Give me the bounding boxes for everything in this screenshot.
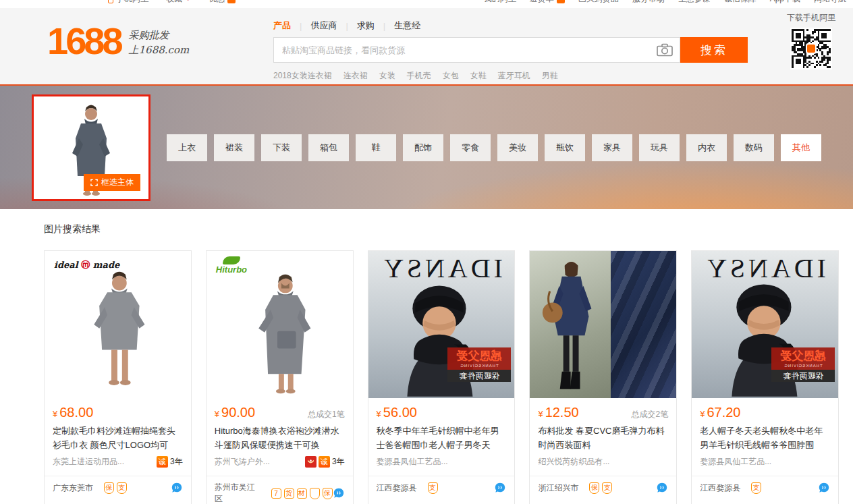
- topnav-item-favorites[interactable]: 收藏 ❤: [166, 0, 191, 5]
- product-image[interactable]: ideal ⓜ made: [45, 251, 191, 398]
- seller-name[interactable]: 绍兴悦芮纺织品有...: [538, 456, 609, 468]
- product-title[interactable]: 定制款毛巾料沙滩连帽抽绳套头衫毛巾衣 颜色尺寸LOGO均可: [53, 424, 183, 452]
- hot-keyword[interactable]: 男鞋: [542, 70, 558, 82]
- image-search-banner: 框选主体 上衣 裙装 下装 箱包 鞋 配饰 零食 美妆 瓶饮 家具 玩具 内衣 …: [0, 84, 853, 209]
- product-price: 90.00: [221, 405, 255, 420]
- wangwang-chat-icon[interactable]: [171, 482, 183, 494]
- phone-icon: [108, 0, 113, 3]
- category-skirts[interactable]: 裙装: [214, 134, 254, 161]
- seller-name[interactable]: 苏州飞涛户外...: [215, 456, 270, 468]
- site-header: 1688 采购批发 上1688.com 产品 | 供应商 | 求购 | 生意经: [0, 8, 853, 84]
- crop-subject-button[interactable]: 框选主体: [84, 174, 140, 191]
- search-tab-business[interactable]: 生意经: [385, 20, 429, 32]
- model-figure: [530, 251, 610, 397]
- product-title[interactable]: 老人帽子冬天老头帽秋冬中老年男羊毛针织毛线帽爷爷围脖围: [700, 424, 830, 452]
- category-underwear[interactable]: 内衣: [686, 134, 727, 161]
- product-card[interactable]: ideal ⓜ made ¥ 68.00 定制款毛巾料沙滩连帽抽绳套头衫毛巾衣 …: [44, 250, 192, 504]
- topnav-item-analytics[interactable]: 生意参谋: [678, 0, 711, 5]
- topnav-right-group: 我的阿里 进货单 已买到货品 服务市场 生意参谋 诚信保障 App下载 网站导航: [484, 0, 846, 5]
- product-title[interactable]: 秋冬季中年羊毛针织帽中老年男士爸爸帽围巾老人帽子男冬天: [377, 424, 507, 452]
- product-title[interactable]: 布料批发 春夏CVC磨毛弹力布料 时尚西装面料: [538, 424, 668, 452]
- hiturbo-leaf-icon: [223, 256, 240, 264]
- camera-search-icon[interactable]: [657, 43, 673, 57]
- hot-keyword[interactable]: 连衣裙: [343, 70, 368, 82]
- category-accessories[interactable]: 配饰: [403, 134, 443, 161]
- total-deals: 总成交1笔: [308, 409, 345, 420]
- product-info: ¥ 67.20 老人帽子冬天老头帽秋冬中老年男羊毛针织毛线帽爷爷围脖围 婺源县凤…: [692, 398, 838, 472]
- product-title[interactable]: Hiturbo海泰博换衣浴袍沙滩潜水斗篷防风保暖便携速干可换: [215, 424, 345, 452]
- topnav-item-service-market[interactable]: 服务市场: [632, 0, 665, 5]
- category-bottoms[interactable]: 下装: [261, 134, 302, 161]
- topnav-item-cart[interactable]: 进货单: [530, 0, 565, 5]
- currency-symbol: ¥: [377, 409, 381, 419]
- category-bags[interactable]: 箱包: [308, 134, 349, 161]
- query-image-box[interactable]: 框选主体: [32, 94, 150, 201]
- category-digital[interactable]: 数码: [734, 134, 774, 161]
- product-card[interactable]: IDANSY 感恩父爱 THANKSGIVING 保暖两件套 ¥ 67.20 老…: [691, 250, 839, 504]
- promo-badge-mirrored: 感恩父爱 THANKSGIVING 保暖两件套: [447, 347, 511, 382]
- category-tops[interactable]: 上衣: [167, 134, 207, 161]
- hot-keyword[interactable]: 女鞋: [470, 70, 487, 82]
- product-image[interactable]: Hiturbo: [207, 251, 353, 398]
- search-tab-products[interactable]: 产品: [273, 20, 300, 32]
- seller-name[interactable]: 婺源县凤仙工艺品...: [700, 456, 771, 468]
- category-shoes[interactable]: 鞋: [356, 134, 396, 161]
- fabric-model-photo: [530, 251, 610, 398]
- seller-location: 浙江绍兴市: [538, 482, 578, 494]
- search-input[interactable]: [274, 38, 649, 62]
- category-snacks[interactable]: 零食: [450, 134, 491, 161]
- member-years: 3年: [170, 456, 183, 468]
- hot-keyword[interactable]: 女装: [379, 70, 395, 82]
- topnav-item-app-download[interactable]: App下载: [770, 0, 800, 5]
- hot-keyword[interactable]: 2018女装连衣裙: [273, 70, 332, 82]
- service-icons: 保 支: [104, 482, 127, 494]
- category-others[interactable]: 其他: [781, 134, 821, 161]
- wangwang-chat-icon[interactable]: [656, 482, 668, 494]
- topnav-item-my-ali[interactable]: 我的阿里: [484, 0, 516, 5]
- search-tab-rfq[interactable]: 求购: [348, 20, 383, 32]
- topnav-item-integrity[interactable]: 诚信保障: [724, 0, 756, 5]
- category-furniture[interactable]: 家具: [592, 134, 632, 161]
- search-tab-suppliers[interactable]: 供应商: [302, 20, 346, 32]
- seller-name[interactable]: 东莞上进运动用品...: [53, 456, 124, 468]
- strength-merchant-bull-icon: [305, 456, 317, 468]
- product-image[interactable]: IDANSY 感恩父爱 THANKSGIVING 保暖两件套: [692, 251, 838, 398]
- hot-keyword[interactable]: 手机壳: [407, 70, 431, 82]
- seller-location: 江西婺源县: [700, 482, 740, 494]
- product-card[interactable]: IDANSY 感恩父爱 THANKSGIVING 保暖两件套 ¥ 56.00 秋…: [368, 250, 516, 504]
- seller-location: 苏州市吴江区: [215, 482, 260, 504]
- hot-keyword[interactable]: 蓝牙耳机: [498, 70, 530, 82]
- category-toys[interactable]: 玩具: [639, 134, 680, 161]
- topnav-item-mobile[interactable]: 手机阿里: [108, 0, 148, 5]
- topnav-item-purchased[interactable]: 已买到货品: [578, 0, 619, 5]
- search-tabs: 产品 | 供应商 | 求购 | 生意经: [273, 19, 748, 32]
- currency-symbol: ¥: [700, 409, 705, 419]
- wangwang-chat-icon[interactable]: [818, 482, 830, 494]
- product-card[interactable]: ¥ 12.50 总成交2笔 布料批发 春夏CVC磨毛弹力布料 时尚西装面料 绍兴…: [529, 250, 677, 504]
- seller-name[interactable]: 婺源县凤仙工艺品...: [377, 456, 448, 468]
- card-footer: 广东东莞市 保 支: [45, 476, 191, 500]
- hot-keywords: 2018女装连衣裙 连衣裙 女装 手机壳 女包 女鞋 蓝牙耳机 男鞋: [273, 70, 748, 82]
- wangwang-chat-icon[interactable]: [494, 482, 506, 494]
- category-drinks[interactable]: 瓶饮: [545, 134, 585, 161]
- logo-slogan: 采购批发 上1688.com: [129, 28, 190, 58]
- product-info: ¥ 56.00 秋冬季中年羊毛针织帽中老年男士爸爸帽围巾老人帽子男冬天 婺源县凤…: [368, 398, 515, 472]
- topnav-item-promo[interactable]: 优惠: [209, 0, 236, 5]
- price-row: ¥ 68.00: [53, 405, 183, 420]
- product-image[interactable]: IDANSY 感恩父爱 THANKSGIVING 保暖两件套: [368, 251, 515, 398]
- seller-badges: 诚 3年: [305, 456, 345, 468]
- product-card[interactable]: Hiturbo ¥ 90.00 总成交1笔 Hiturbo海泰博换衣浴袍沙滩潜水…: [206, 250, 354, 504]
- hot-keyword[interactable]: 女包: [443, 70, 459, 82]
- product-image[interactable]: [530, 251, 676, 398]
- topnav-label: 收藏: [166, 0, 182, 5]
- card-footer: 江西婺源县 支: [368, 476, 515, 500]
- product-info: ¥ 90.00 总成交1笔 Hiturbo海泰博换衣浴袍沙滩潜水斗篷防风保暖便携…: [207, 398, 353, 472]
- seller-badges: 诚 3年: [157, 456, 183, 468]
- wangwang-chat-icon[interactable]: [333, 487, 345, 499]
- search-button[interactable]: 搜索: [680, 37, 748, 63]
- site-logo[interactable]: 1688 采购批发 上1688.com: [47, 24, 189, 58]
- category-beauty[interactable]: 美妆: [497, 134, 538, 161]
- topnav-item-sitemap[interactable]: 网站导航: [814, 0, 846, 5]
- brand-dot-icon: ⓜ: [81, 260, 90, 270]
- product-price: 56.00: [383, 405, 417, 420]
